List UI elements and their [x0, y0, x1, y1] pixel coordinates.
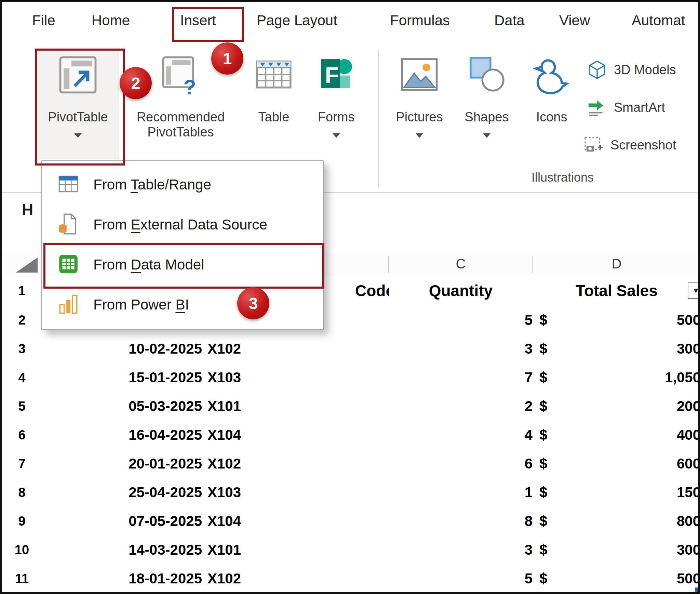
row-number[interactable]: 8 [4, 478, 41, 507]
pictures-button[interactable]: Pictures [387, 50, 452, 160]
tab-insert[interactable]: Insert [180, 12, 216, 29]
column-header-d[interactable]: D [533, 256, 700, 272]
svg-text:?: ? [183, 76, 196, 96]
date-cell[interactable]: 18-01-2025 [40, 564, 209, 594]
icons-button[interactable]: Icons [522, 50, 582, 160]
tab-view[interactable]: View [559, 12, 590, 29]
row-number[interactable]: 4 [4, 363, 41, 393]
total-cell[interactable]: $ 500 [533, 306, 700, 335]
total-cell[interactable]: $ 150 [533, 478, 700, 508]
from-table-range-icon [57, 173, 80, 195]
select-all-corner[interactable] [16, 258, 38, 273]
date-cell[interactable]: 14-03-2025 [40, 536, 209, 565]
tab-home[interactable]: Home [92, 12, 130, 29]
code-cell[interactable]: X103 [202, 363, 395, 393]
row-number[interactable]: 3 [4, 334, 41, 364]
total-cell[interactable]: $ 300 [533, 334, 700, 364]
row-number[interactable]: 9 [4, 507, 41, 536]
shapes-button[interactable]: Shapes [455, 50, 519, 160]
currency-symbol: $ [539, 570, 547, 587]
pivottable-dropdown-chevron[interactable] [74, 133, 82, 138]
quantity-cell[interactable]: 7 [389, 363, 542, 393]
currency-symbol: $ [539, 542, 547, 558]
code-cell[interactable]: X104 [202, 421, 395, 450]
date-cell[interactable]: 16-04-2025 [40, 421, 209, 450]
total-value: 300 [677, 542, 700, 558]
tab-page-layout[interactable]: Page Layout [257, 12, 337, 29]
total-cell[interactable]: $ 400 [533, 421, 700, 450]
code-cell[interactable]: X102 [202, 564, 395, 594]
svg-text:F: F [325, 63, 339, 88]
menu-item-label: From External Data Source [93, 216, 267, 233]
date-cell[interactable]: 20-01-2025 [40, 449, 209, 479]
quantity-cell[interactable]: 8 [389, 507, 542, 537]
tab-automate[interactable]: Automat [632, 12, 685, 29]
column-header-c[interactable]: C [389, 256, 533, 272]
code-cell[interactable]: X102 [202, 449, 395, 479]
screenshot-button[interactable]: Screenshot [583, 132, 676, 158]
label-accelerator: T [131, 176, 138, 193]
quantity-cell[interactable]: 6 [389, 449, 542, 479]
3d-models-button[interactable]: 3D Models [587, 57, 676, 83]
code-header-label: Code [355, 281, 394, 300]
quantity-cell[interactable]: 5 [389, 564, 542, 594]
table-row: 11 18-01-2025 X102 5 $ 500 [4, 564, 700, 593]
quantity-cell[interactable]: 1 [389, 478, 542, 508]
smartart-button[interactable]: SmartArt [587, 94, 665, 120]
code-cell[interactable]: X104 [202, 507, 395, 537]
date-cell[interactable]: 10-02-2025 [40, 334, 209, 364]
forms-label: Forms [308, 110, 364, 124]
filter-arrow-icon: ▼ [692, 286, 700, 295]
currency-symbol: $ [539, 312, 547, 328]
row-number[interactable]: 11 [4, 564, 41, 594]
total-cell[interactable]: $ 200 [533, 392, 700, 422]
menu-item-from-data-model[interactable]: From Data Model [43, 245, 320, 285]
tab-file[interactable]: File [32, 12, 55, 29]
row-number[interactable]: 6 [4, 421, 41, 450]
date-cell[interactable]: 15-01-2025 [40, 363, 209, 393]
quantity-cell[interactable]: 3 [389, 536, 542, 565]
menu-item-from-external-data-source[interactable]: From External Data Source [43, 204, 320, 245]
table-label: Table [246, 110, 301, 124]
quantity-cell[interactable]: 2 [389, 392, 542, 422]
table-button[interactable]: Table [246, 50, 301, 160]
row-number[interactable]: 7 [4, 449, 41, 479]
total-cell[interactable]: $ 300 [533, 536, 700, 565]
pivottable-button[interactable]: PivotTable [37, 50, 119, 160]
code-cell[interactable]: X101 [202, 536, 395, 565]
date-cell[interactable]: 07-05-2025 [40, 507, 209, 537]
menu-item-label: From Power BI [93, 296, 189, 313]
screenshot-icon [583, 134, 604, 156]
quantity-cell[interactable]: 4 [389, 421, 542, 450]
total-cell[interactable]: $ 800 [533, 507, 700, 537]
quantity-cell[interactable]: 3 [389, 334, 542, 364]
row-number[interactable]: 10 [4, 536, 41, 565]
total-cell[interactable]: $ 1,050 [533, 363, 700, 393]
fill-handle[interactable] [695, 588, 700, 593]
code-cell[interactable]: X102 [202, 334, 395, 364]
total-sales-filter-button[interactable]: ▼ [688, 282, 700, 299]
total-cell[interactable]: $ 500 [533, 564, 700, 594]
menu-item-from-table-range[interactable]: From Table/Range [43, 164, 320, 204]
forms-button[interactable]: F Forms [308, 50, 364, 160]
row-number-1[interactable]: 1 [4, 276, 41, 306]
tab-data[interactable]: Data [494, 12, 525, 29]
shapes-dropdown-chevron[interactable] [483, 133, 490, 138]
total-cell[interactable]: $ 600 [533, 449, 700, 479]
screenshot-label: Screenshot [610, 138, 676, 153]
currency-symbol: $ [539, 513, 547, 529]
label-text: I [185, 296, 189, 313]
row-number[interactable]: 2 [4, 306, 41, 335]
tab-formulas[interactable]: Formulas [390, 12, 450, 29]
quantity-cell[interactable]: 5 [389, 306, 542, 335]
label-text: From [93, 216, 131, 233]
pictures-dropdown-chevron[interactable] [416, 133, 423, 138]
date-cell[interactable]: 05-03-2025 [40, 392, 209, 422]
header-cell-total-sales[interactable]: Total Sales ▼ [533, 276, 700, 307]
row-number[interactable]: 5 [4, 392, 41, 421]
forms-dropdown-chevron[interactable] [333, 133, 340, 138]
code-cell[interactable]: X101 [202, 392, 395, 422]
menu-item-from-power-bi[interactable]: From Power BI [43, 285, 320, 325]
date-cell[interactable]: 25-04-2025 [40, 478, 209, 508]
code-cell[interactable]: X103 [202, 478, 395, 508]
